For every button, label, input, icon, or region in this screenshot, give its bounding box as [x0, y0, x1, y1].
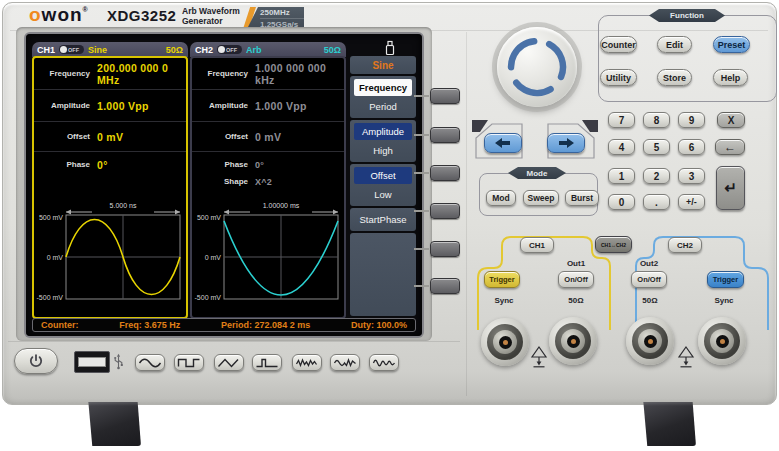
- svg-text:1.00000 ms: 1.00000 ms: [263, 202, 300, 209]
- key-dot[interactable]: .: [643, 194, 670, 210]
- key-plusminus[interactable]: +/-: [678, 194, 705, 210]
- sine-wave-button[interactable]: [135, 354, 165, 371]
- mod-button[interactable]: Mod: [486, 190, 516, 206]
- ch2-trigger-button[interactable]: Trigger: [707, 271, 744, 288]
- svg-text:0 mV: 0 mV: [47, 254, 64, 261]
- menu-item-amplitude: Amplitude: [354, 123, 412, 140]
- key-8[interactable]: 8: [643, 112, 670, 128]
- menu-item-low: Low: [354, 186, 412, 203]
- ch2-amplitude-row: Amplitude1.000 Vpp: [192, 90, 344, 122]
- out1-onoff-button[interactable]: On/Off: [558, 271, 594, 288]
- menu-item-startphase: StartPhase: [354, 211, 412, 228]
- menu-group-frequency: Frequency Period: [350, 76, 416, 118]
- out2-onoff-button[interactable]: On/Off: [631, 271, 667, 288]
- mode-group-title: Mode: [508, 167, 566, 179]
- counter-duty: Duty: 100.0%: [351, 320, 407, 330]
- sync2-bnc-connector: [698, 317, 746, 365]
- preset-button[interactable]: Preset: [713, 36, 750, 53]
- svg-text:-500 mV: -500 mV: [195, 294, 222, 301]
- ramp-wave-button[interactable]: [214, 354, 244, 371]
- ch2-panel: CH2 OFF Arb 50Ω Frequency1.000 000 000 k…: [190, 42, 346, 319]
- instrument-photo: owon® XDG3252 Arb Waveform Generator 250…: [0, 0, 779, 451]
- key-1[interactable]: 1: [608, 168, 635, 184]
- key-backspace[interactable]: ←: [715, 139, 745, 155]
- key-7[interactable]: 7: [608, 112, 635, 128]
- key-0[interactable]: 0: [608, 194, 635, 210]
- softkey-menu: Sine Frequency Period Amplitude High Off…: [350, 56, 416, 316]
- power-button[interactable]: [14, 348, 58, 374]
- out1-impedance-label: 50Ω: [561, 296, 591, 305]
- key-3[interactable]: 3: [678, 168, 705, 184]
- enter-key[interactable]: ↵: [716, 166, 745, 210]
- channel-swap-button[interactable]: CH1↔CH2: [595, 236, 632, 253]
- ch2-phase-shape-rows: Phase0° ShapeX^2: [192, 152, 344, 194]
- ch1-impedance: 50Ω: [166, 45, 183, 55]
- softkey-tick: [414, 172, 429, 174]
- ground-icon: [530, 345, 548, 369]
- right-arrow-button[interactable]: [547, 133, 585, 153]
- svg-text:5.000 ns: 5.000 ns: [110, 202, 137, 209]
- ch1-trigger-button[interactable]: Trigger: [484, 271, 520, 288]
- harmonic-wave-button[interactable]: [369, 354, 399, 371]
- counter-button[interactable]: Counter: [600, 36, 637, 53]
- ch2-offset-row: Offset0 mV: [192, 122, 344, 152]
- softkey-6[interactable]: [430, 278, 460, 294]
- ch1-wave-type: Sine: [88, 45, 107, 55]
- svg-text:0 mV: 0 mV: [205, 254, 222, 261]
- key-5[interactable]: 5: [643, 139, 670, 155]
- menu-item-period: Period: [354, 98, 412, 115]
- toggle-knob-icon: [218, 46, 225, 53]
- square-wave-button[interactable]: [174, 354, 204, 371]
- ch2-frequency-row: Frequency1.000 000 000 kHz: [192, 58, 344, 90]
- main-knob[interactable]: [497, 27, 577, 107]
- sync1-bnc-connector: [481, 318, 529, 366]
- pulse-wave-button[interactable]: [252, 354, 282, 371]
- ch1-header: CH1 OFF Sine 50Ω: [32, 42, 188, 57]
- store-button[interactable]: Store: [657, 69, 692, 86]
- counter-freq: Freq: 3.675 Hz: [119, 320, 180, 330]
- left-arrow-icon: [495, 138, 511, 148]
- device-subtitle: Arb Waveform Generator: [182, 6, 240, 26]
- svg-text:-500 mV: -500 mV: [37, 294, 64, 301]
- pulse-wave-icon: [255, 357, 279, 369]
- counter-label: Counter:: [41, 320, 79, 330]
- usb-port: [74, 351, 110, 373]
- edit-button[interactable]: Edit: [657, 36, 692, 53]
- arb-wave-icon: [333, 357, 357, 369]
- softkey-2[interactable]: [430, 127, 460, 143]
- out1-label: Out1: [558, 259, 594, 268]
- ch1-amplitude-row: Amplitude1.000 Vpp: [34, 90, 186, 122]
- enter-icon: ↵: [724, 179, 737, 197]
- menu-group-empty: [350, 233, 416, 316]
- key-2[interactable]: 2: [643, 168, 670, 184]
- arb-wave-button[interactable]: [330, 354, 360, 371]
- utility-button[interactable]: Utility: [600, 69, 637, 86]
- function-group-outline: [598, 15, 777, 102]
- key-9[interactable]: 9: [678, 112, 705, 128]
- key-6[interactable]: 6: [678, 139, 705, 155]
- softkey-3[interactable]: [430, 165, 460, 181]
- softkey-5[interactable]: [430, 241, 460, 257]
- ch2-select-button[interactable]: CH2: [668, 237, 702, 253]
- key-delete[interactable]: X: [717, 112, 745, 128]
- menu-item-frequency: Frequency: [354, 79, 412, 96]
- key-4[interactable]: 4: [608, 139, 635, 155]
- out2-impedance-label: 50Ω: [635, 296, 665, 305]
- noise-wave-button[interactable]: [292, 354, 322, 371]
- lcd-screen: CH1 OFF Sine 50Ω Frequency200.000 000 0 …: [26, 34, 422, 336]
- help-button[interactable]: Help: [713, 69, 748, 86]
- out1-bnc-connector: [549, 317, 597, 365]
- sweep-button[interactable]: Sweep: [523, 190, 559, 206]
- ch1-select-button[interactable]: CH1: [520, 237, 554, 253]
- softkey-1[interactable]: [430, 88, 460, 104]
- left-arrow-button[interactable]: [484, 133, 522, 153]
- ch2-impedance: 50Ω: [324, 45, 341, 55]
- softkey-4[interactable]: [430, 203, 460, 219]
- ch1-panel: CH1 OFF Sine 50Ω Frequency200.000 000 0 …: [32, 42, 188, 319]
- sync1-label: Sync: [489, 296, 519, 305]
- ground-icon: [677, 345, 695, 369]
- burst-button[interactable]: Burst: [565, 190, 599, 206]
- ch1-label: CH1: [37, 45, 55, 55]
- softkey-tick: [414, 134, 429, 136]
- brand-logo: owon®: [29, 4, 89, 26]
